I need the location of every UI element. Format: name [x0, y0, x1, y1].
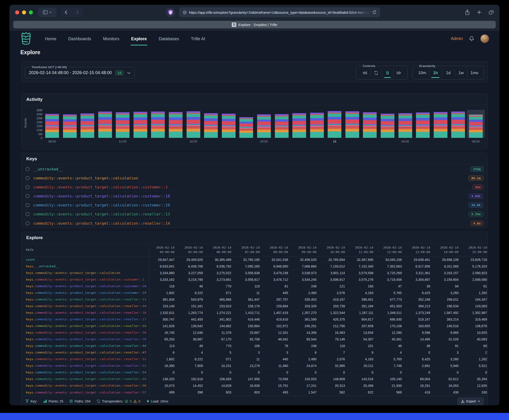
path-cell[interactable]: keys.commodity::events::product_target::… [22, 309, 149, 316]
path-cell[interactable]: keys.commodity::events::product_target::… [22, 389, 149, 396]
chart-bar[interactable] [292, 113, 306, 138]
path-cell[interactable]: keys.commodity::events::product_target::… [22, 349, 149, 356]
pause-button[interactable] [382, 69, 393, 77]
key-row[interactable]: commodity::events::product_target::calcu… [22, 174, 487, 183]
path-cell[interactable]: count [22, 256, 149, 263]
key-row[interactable]: commodity::events::product_target::calcu… [22, 210, 487, 219]
granularity-1mo[interactable]: 1mo [467, 69, 481, 77]
value-cell: 2,480 [292, 357, 320, 361]
minimize-window-button[interactable] [22, 10, 26, 15]
chart-bar[interactable] [434, 112, 448, 138]
share-icon[interactable] [465, 9, 470, 15]
path-cell[interactable]: keys.commodity::events::product_target::… [22, 290, 149, 296]
chart-bar[interactable] [381, 114, 394, 138]
chart-bar[interactable] [45, 114, 59, 138]
key-row[interactable]: commodity::events::product_target::calcu… [22, 219, 487, 228]
key-row[interactable]: commodity::events::product_target::calcu… [22, 183, 487, 192]
chart-bar[interactable] [81, 113, 94, 138]
path-cell[interactable]: keys.commodity::events::product_target::… [22, 283, 149, 289]
nav-item-trifle-ai[interactable]: Trifle AI [190, 32, 205, 45]
path-cell[interactable]: keys.commodity::events::product_target::… [22, 303, 149, 309]
key-radio-button[interactable] [26, 212, 30, 216]
path-cell[interactable]: keys.commodity::events::product_target::… [22, 323, 149, 329]
granularity-1w[interactable]: 1w [455, 69, 467, 77]
path-cell[interactable]: keys.commodity::events::product_target::… [22, 336, 149, 342]
path-cell[interactable]: keys.commodity::events::product_target::… [22, 369, 149, 375]
chart-bar[interactable] [257, 114, 271, 138]
chart-bar[interactable] [187, 111, 200, 138]
chart-bar[interactable] [98, 112, 112, 138]
nav-item-explore[interactable]: Explore [131, 32, 147, 45]
chart-bar[interactable] [416, 112, 430, 138]
rewind-button[interactable] [359, 69, 371, 77]
path-cell[interactable]: keys.commodity::events::product_target::… [22, 362, 149, 369]
avatar[interactable] [480, 34, 489, 43]
key-radio-button[interactable] [26, 167, 30, 171]
chart-bar[interactable] [116, 112, 129, 138]
new-tab-icon[interactable] [477, 10, 481, 15]
nav-item-databases[interactable]: Databases [158, 32, 180, 45]
key-radio-button[interactable] [26, 176, 30, 180]
path-cell[interactable]: keys.commodity::events::product_target::… [22, 329, 149, 336]
chevron-down-icon[interactable] [127, 72, 131, 74]
path-cell[interactable]: keys.commodity::events::product_target::… [22, 296, 149, 303]
pause-icon [386, 71, 389, 75]
refresh-button[interactable] [371, 69, 382, 77]
key-row[interactable]: commodity::events::product_target::calcu… [22, 201, 487, 210]
chart-bar[interactable] [328, 111, 341, 138]
back-button[interactable] [60, 8, 72, 17]
zoom-window-button[interactable] [29, 10, 33, 15]
key-radio-button[interactable] [26, 203, 30, 207]
chart-bar[interactable] [134, 112, 147, 138]
path-cell[interactable]: keys.commodity::events::product_target::… [22, 343, 149, 349]
path-cell[interactable]: keys.commodity::events::product_target::… [22, 356, 149, 362]
key-radio-button[interactable] [26, 221, 30, 225]
key-row[interactable]: __untracked__171m [22, 165, 487, 174]
chart-bar[interactable] [451, 112, 465, 138]
chart-bar[interactable] [469, 115, 483, 138]
path-cell[interactable]: keys.commodity::events::product_target::… [22, 382, 149, 389]
granularity-1d[interactable]: 1d [442, 69, 455, 77]
forward-button[interactable] [72, 8, 83, 17]
chart-bar[interactable] [169, 112, 183, 138]
chart-bar[interactable] [398, 113, 412, 138]
privacy-shield-button[interactable] [166, 8, 175, 17]
sidebar-toggle-button[interactable] [38, 8, 57, 17]
key-radio-button[interactable] [26, 194, 30, 198]
bell-icon[interactable] [469, 36, 474, 41]
nav-item-monitors[interactable]: Monitors [103, 32, 120, 45]
chart-bar[interactable] [63, 114, 77, 138]
trifle-logo-icon[interactable] [20, 32, 32, 45]
nav-item-dashboards[interactable]: Dashboards [68, 32, 92, 45]
nav-item-home[interactable]: Home [45, 32, 57, 45]
path-cell[interactable]: keys.__untracked__ [22, 263, 149, 270]
chart-bar[interactable] [151, 112, 165, 138]
granularity-1h[interactable]: 1h [429, 69, 442, 77]
granularity-10m[interactable]: 10m [415, 69, 429, 77]
path-cell[interactable]: keys.commodity::events::product_target::… [22, 270, 149, 276]
url-bar[interactable]: https://app.trifle.io/explore?granularit… [179, 7, 380, 17]
path-prefix: keys. [26, 291, 35, 294]
tabs-icon[interactable] [489, 10, 494, 15]
export-button[interactable]: Export [457, 398, 484, 405]
reload-icon[interactable] [372, 10, 376, 15]
chart-bar[interactable] [204, 113, 218, 138]
chart-bar[interactable] [345, 111, 359, 138]
fast-forward-button[interactable] [393, 69, 404, 77]
timeframe-value[interactable]: 2026-02-14 04:48:00 - 2026-02-15 04:48:0… [29, 70, 112, 75]
chart-bar[interactable] [239, 117, 253, 138]
active-tab[interactable]: Explore · DropBot | Trifle [13, 21, 496, 28]
key-row[interactable]: commodity::events::product_target::calcu… [22, 192, 487, 201]
key-filter-stat[interactable]: Key: [25, 399, 37, 403]
key-radio-button[interactable] [26, 185, 30, 189]
admin-link[interactable]: Admin [451, 36, 463, 41]
chart-bar[interactable] [310, 113, 324, 138]
value-cell: 14,356 [292, 331, 320, 335]
path-cell[interactable]: keys.commodity::events::product_target::… [22, 276, 149, 283]
chart-bar[interactable] [275, 114, 289, 138]
path-cell[interactable]: keys.commodity::events::product_target::… [22, 376, 149, 382]
close-window-button[interactable] [15, 10, 19, 15]
path-cell[interactable]: keys.commodity::events::product_target::… [22, 316, 149, 322]
chart-bar[interactable] [363, 112, 377, 138]
chart-bar[interactable] [222, 114, 236, 138]
